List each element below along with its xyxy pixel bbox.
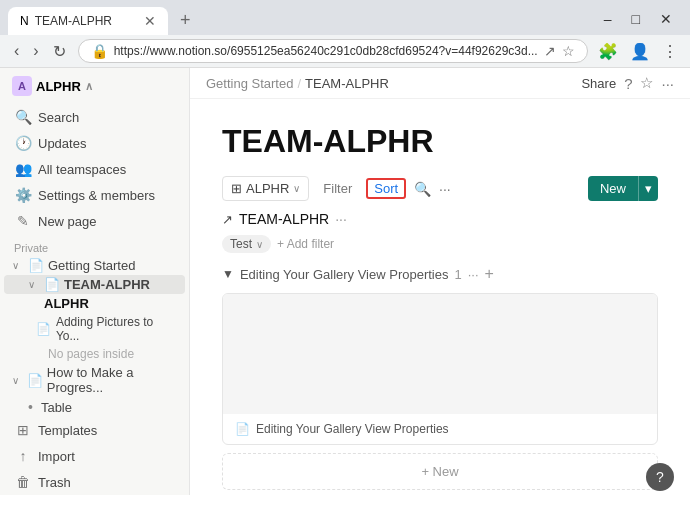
db-workspace-label: ALPHR [246, 181, 289, 196]
reload-button[interactable]: ↻ [47, 40, 72, 63]
sidebar-item-import[interactable]: ↑ Import [4, 444, 185, 468]
chevron-down-icon: ∨ [12, 375, 23, 386]
sidebar-item-templates[interactable]: ⊞ Templates [4, 418, 185, 442]
gallery-card[interactable]: 📄 Editing Your Gallery View Properties [222, 293, 658, 445]
sidebar-item-search[interactable]: 🔍 Search [4, 105, 185, 129]
breadcrumb-current[interactable]: TEAM-ALPHR [305, 76, 389, 91]
workspace-chevron-icon: ∧ [85, 80, 93, 93]
breadcrumb-parent[interactable]: Getting Started [206, 76, 293, 91]
new-button-group: New ▾ [588, 176, 658, 201]
add-filter-button[interactable]: + Add filter [277, 237, 334, 251]
gallery-grid: 📄 Editing Your Gallery View Properties [222, 293, 658, 445]
updates-icon: 🕐 [14, 135, 32, 151]
more-header-icon[interactable]: ··· [661, 75, 674, 92]
filter-tag-test[interactable]: Test ∨ [222, 235, 271, 253]
page-content: TEAM-ALPHR ⊞ ALPHR ∨ Filter Sort 🔍 ··· N… [190, 99, 690, 495]
card-title: Editing Your Gallery View Properties [256, 422, 449, 436]
forward-button[interactable]: › [27, 40, 44, 63]
breadcrumb-bar: Getting Started / TEAM-ALPHR Share ? ☆ ·… [190, 68, 690, 99]
sidebar-item-label: Settings & members [38, 188, 155, 203]
share-button[interactable]: Share [581, 76, 616, 91]
header-actions: Share ? ☆ ··· [581, 74, 674, 92]
db-more-button[interactable]: ··· [439, 181, 451, 197]
sidebar-item-teamspaces[interactable]: 👥 All teamspaces [4, 157, 185, 181]
maximize-button[interactable]: □ [622, 9, 650, 29]
gallery-section-dots-button[interactable]: ··· [468, 267, 479, 282]
db-search-button[interactable]: 🔍 [414, 181, 431, 197]
sidebar-item-settings[interactable]: ⚙️ Settings & members [4, 183, 185, 207]
star-header-icon[interactable]: ☆ [640, 74, 653, 92]
page-title: TEAM-ALPHR [222, 123, 658, 160]
new-main-button[interactable]: New [588, 176, 638, 201]
workspace-name[interactable]: A ALPHR ∧ [12, 76, 93, 96]
sidebar-item-newpage[interactable]: ✎ New page [4, 209, 185, 233]
card-image [223, 294, 657, 414]
card-footer: 📄 Editing Your Gallery View Properties [223, 414, 657, 444]
help-header-icon[interactable]: ? [624, 75, 632, 92]
page-icon: 📄 [27, 373, 43, 388]
url-bar[interactable]: 🔒 https://www.notion.so/6955125ea56240c2… [78, 39, 588, 63]
new-dropdown-button[interactable]: ▾ [638, 176, 658, 201]
page-icon: 📄 [28, 258, 44, 273]
db-title: TEAM-ALPHR [239, 211, 329, 227]
url-text: https://www.notion.so/6955125ea56240c291… [114, 44, 538, 58]
browser-chrome: N TEAM-ALPHR ✕ + – □ ✕ ‹ › ↻ 🔒 https://w… [0, 0, 690, 68]
tree-item-table[interactable]: • Table [0, 397, 189, 417]
newpage-icon: ✎ [14, 213, 32, 229]
back-button[interactable]: ‹ [8, 40, 25, 63]
tree-item-team-alphr[interactable]: ∨ 📄 TEAM-ALPHR [4, 275, 185, 294]
main-content: Getting Started / TEAM-ALPHR Share ? ☆ ·… [190, 68, 690, 495]
breadcrumb-separator: / [297, 76, 301, 91]
sidebar-item-label: Search [38, 110, 79, 125]
minimize-button[interactable]: – [594, 9, 622, 29]
db-title-arrow: ↗ [222, 212, 233, 227]
profile-button[interactable]: 👤 [626, 40, 654, 63]
page-icon: 📄 [36, 322, 52, 336]
url-star-icon[interactable]: ☆ [562, 43, 575, 59]
tree-item-alphr[interactable]: ALPHR [0, 294, 189, 313]
sidebar-item-label: New page [38, 214, 97, 229]
db-dots-button[interactable]: ··· [335, 211, 347, 227]
new-tab-button[interactable]: + [172, 6, 199, 35]
db-view-chevron-icon: ∨ [293, 183, 300, 194]
active-tab[interactable]: N TEAM-ALPHR ✕ [8, 7, 168, 35]
no-pages-label: No pages inside [0, 345, 189, 363]
workspace-icon: A [12, 76, 32, 96]
browser-actions: 🧩 👤 ⋮ [594, 40, 682, 63]
tree-item-adding-pictures[interactable]: 📄 Adding Pictures to Yo... [0, 313, 189, 345]
gallery-section-title: Editing Your Gallery View Properties [240, 267, 449, 282]
import-icon: ↑ [14, 448, 32, 464]
sidebar-section-private: Private [0, 234, 189, 256]
sidebar-item-trash[interactable]: 🗑 Trash [4, 470, 185, 494]
db-view-selector[interactable]: ⊞ ALPHR ∨ [222, 176, 309, 201]
gallery-new-row[interactable]: + New [222, 453, 658, 490]
extensions-button[interactable]: 🧩 [594, 40, 622, 63]
trash-icon: 🗑 [14, 474, 32, 490]
tree-item-how-to[interactable]: ∨ 📄 How to Make a Progres... [0, 363, 189, 397]
sidebar-item-label: Templates [38, 423, 97, 438]
page-icon: 📄 [44, 277, 60, 292]
close-button[interactable]: ✕ [650, 9, 682, 29]
url-share-icon[interactable]: ↗ [544, 43, 556, 59]
new-row-label: + New [421, 464, 458, 479]
sidebar-item-updates[interactable]: 🕐 Updates [4, 131, 185, 155]
breadcrumb: Getting Started / TEAM-ALPHR [206, 76, 389, 91]
tab-title: TEAM-ALPHR [35, 14, 138, 28]
gallery-section-add-button[interactable]: + [485, 265, 494, 283]
teamspaces-icon: 👥 [14, 161, 32, 177]
sort-button[interactable]: Sort [366, 178, 406, 199]
tree-label: ALPHR [44, 296, 89, 311]
gallery-section-collapse-icon[interactable]: ▼ [222, 267, 234, 281]
help-button[interactable]: ? [646, 463, 674, 491]
browser-more-button[interactable]: ⋮ [658, 40, 682, 63]
tree-item-getting-started[interactable]: ∨ 📄 Getting Started [0, 256, 189, 275]
tab-close-button[interactable]: ✕ [144, 13, 156, 29]
tree-label: Getting Started [48, 258, 135, 273]
gallery-section-count: 1 [455, 267, 462, 282]
app: A ALPHR ∧ 🔍 Search 🕐 Updates 👥 All teams… [0, 68, 690, 495]
filter-button[interactable]: Filter [317, 179, 358, 198]
sidebar-item-label: Import [38, 449, 75, 464]
card-page-icon: 📄 [235, 422, 250, 436]
tab-favicon: N [20, 14, 29, 28]
filter-tag-label: Test [230, 237, 252, 251]
